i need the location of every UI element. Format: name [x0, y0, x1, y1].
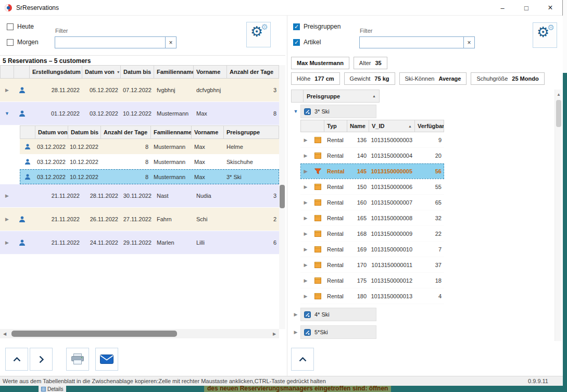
column-header-datum-von[interactable]: Datum von▼	[82, 65, 121, 79]
scrollbar-thumb[interactable]	[11, 331, 177, 337]
article-row[interactable]: ▶ Rental 175 1013150000012 18	[300, 273, 444, 288]
checkbox-box[interactable]	[293, 23, 300, 30]
article-row[interactable]: ▶ Rental 136 1013150000003 9	[300, 132, 444, 148]
scroll-up-icon[interactable]: ▲	[555, 91, 562, 98]
column-header-familienname[interactable]: Familienname	[154, 65, 194, 79]
expand-icon[interactable]: ▶	[294, 312, 298, 317]
vertical-scrollbar[interactable]	[279, 65, 285, 329]
article-row[interactable]: ▶ Rental 140 1013150000004 20	[300, 148, 444, 163]
horizontal-scrollbar[interactable]: ◀ ▶	[0, 329, 279, 338]
sub-column-header-preisgruppe[interactable]: Preisgruppe	[224, 125, 279, 139]
filter-input[interactable]: ×	[55, 36, 177, 48]
articles-table: Typ Name V_ID▲ Verfügbar ▶ Rental 136 10…	[300, 120, 444, 304]
scrollbar-thumb[interactable]	[280, 185, 285, 208]
expand-icon[interactable]: ▶	[5, 193, 9, 198]
sub-column-header-datum-bis[interactable]: Datum bis	[68, 125, 101, 139]
clear-filter-button[interactable]: ×	[165, 37, 176, 48]
sub-column-header-vorname[interactable]: Vorname	[192, 125, 224, 139]
expand-icon[interactable]: ▶	[304, 294, 308, 299]
expand-icon[interactable]: ▶	[304, 184, 308, 189]
column-header-name[interactable]: Name	[347, 120, 369, 132]
expand-next-button[interactable]	[30, 348, 53, 371]
article-row[interactable]: ▶ Rental 180 1013150000013 4	[300, 288, 444, 304]
heute-checkbox[interactable]: Heute	[7, 23, 34, 30]
column-header-erstellungsdatum[interactable]: Erstellungsdatum	[30, 65, 82, 79]
expand-icon[interactable]: ▶	[5, 217, 9, 222]
scroll-left-icon[interactable]: ◀	[0, 329, 9, 338]
scrollbar-thumb[interactable]	[556, 100, 561, 127]
price-group-table-header: Preisgruppe ▲	[291, 90, 380, 103]
article-row[interactable]: ▶ Rental 170 1013150000011 37	[300, 257, 444, 273]
preisgruppen-checkbox[interactable]: Preisgruppen	[293, 23, 341, 30]
article-row[interactable]: ▶ Rental 160 1013150000007 65	[300, 195, 444, 210]
morgen-checkbox[interactable]: Morgen	[7, 39, 39, 46]
expand-icon[interactable]: ▶	[304, 247, 308, 252]
expand-icon[interactable]: ▶	[294, 330, 298, 335]
collapse-icon[interactable]: ▼	[5, 111, 9, 116]
cell-erstellungsdatum: 28.11.2022	[30, 79, 82, 102]
panel-splitter[interactable]	[287, 16, 287, 376]
reservation-row[interactable]: ▶ 21.11.2022 24.11.2022 29.11.2022 Marle…	[0, 231, 279, 255]
filter-input[interactable]: ×	[359, 36, 475, 48]
expand-icon[interactable]: ▶	[304, 278, 308, 283]
filter-input-value[interactable]	[360, 37, 463, 48]
checkbox-box[interactable]	[293, 39, 300, 46]
expand-icon[interactable]: ▶	[304, 231, 308, 236]
reservation-row[interactable]: ▶ 21.11.2022 26.11.2022 27.11.2022 Fahrn…	[0, 208, 279, 231]
position-row[interactable]: 03.12.2022 10.12.2022 8 Mustermann Max S…	[20, 154, 279, 169]
price-group-row[interactable]: ▶ 5*Ski	[291, 325, 376, 339]
reservation-row[interactable]: ▶ 28.11.2022 05.12.2022 07.12.2022 fvgbh…	[0, 79, 279, 102]
minimize-button[interactable]: –	[490, 0, 514, 16]
position-row[interactable]: 03.12.2022 10.12.2022 8 Mustermann Max H…	[20, 139, 279, 154]
price-group-row-expanded[interactable]: ▼ 3* Ski	[291, 104, 376, 119]
column-header-vid[interactable]: V_ID▲	[369, 120, 415, 132]
cell-typ: Rental	[324, 242, 347, 257]
checkbox-box[interactable]	[7, 23, 14, 30]
collapse-all-button[interactable]	[5, 348, 28, 371]
position-row-selected[interactable]: 03.12.2022 10.12.2022 8 Mustermann Max 3…	[20, 169, 279, 184]
vertical-scrollbar[interactable]: ▲	[555, 90, 562, 341]
column-header-vorname[interactable]: Vorname	[194, 65, 227, 79]
sub-column-header-datum-von[interactable]: Datum von	[35, 125, 68, 139]
reservation-row-expanded[interactable]: ▼ 01.12.2022 03.12.2022 10.12.2022 Muste…	[0, 102, 279, 125]
close-button[interactable]: ×	[538, 0, 562, 16]
filter-input-value[interactable]	[55, 37, 165, 48]
sub-column-header-anzahl-der-tage[interactable]: Anzahl der Tage	[101, 125, 151, 139]
article-row-selected[interactable]: ▶ Rental 145 1013150000005 56	[300, 163, 444, 179]
cell-verfuegbar: 7	[415, 242, 444, 257]
article-row[interactable]: ▶ Rental 169 1013150000010 7	[300, 242, 444, 257]
column-header-datum-bis[interactable]: Datum bis	[121, 65, 154, 79]
expand-icon[interactable]: ▶	[304, 137, 308, 143]
settings-button[interactable]: ⚙ ⚙	[533, 22, 557, 48]
customer-height-box: Höhe177 cm	[291, 72, 340, 85]
price-group-row[interactable]: ▶ 4* Ski	[291, 307, 376, 322]
cell-name: 145	[347, 163, 369, 179]
column-header-typ[interactable]: Typ	[324, 120, 347, 132]
column-header-verfuegbar[interactable]: Verfügbar	[415, 120, 444, 132]
settings-button[interactable]: ⚙ ⚙	[246, 22, 271, 47]
expand-icon[interactable]: ▶	[304, 169, 308, 174]
collapse-icon[interactable]: ▼	[294, 109, 298, 114]
article-row[interactable]: ▶ Rental 168 1013150000009 22	[300, 226, 444, 242]
reservation-row[interactable]: ▶ 21.11.2022 28.11.2022 30.11.2022 Nast …	[0, 184, 279, 208]
expand-icon[interactable]: ▶	[304, 153, 308, 158]
maximize-button[interactable]: □	[514, 0, 538, 16]
cell-verfuegbar: 32	[415, 210, 444, 225]
expand-icon[interactable]: ▶	[304, 262, 308, 268]
clear-filter-button[interactable]: ×	[463, 37, 474, 48]
collapse-all-button[interactable]	[291, 348, 314, 371]
column-header-preisgruppe[interactable]: Preisgruppe ▲	[304, 90, 380, 103]
sub-column-header-familienname[interactable]: Familienname	[151, 125, 192, 139]
email-button[interactable]	[95, 348, 118, 371]
expand-icon[interactable]: ▶	[5, 87, 9, 93]
expand-icon[interactable]: ▶	[5, 240, 9, 245]
article-row[interactable]: ▶ Rental 165 1013150000008 32	[300, 210, 444, 226]
article-row[interactable]: ▶ Rental 150 1013150000006 55	[300, 179, 444, 195]
column-header-anzahl-der-tage[interactable]: Anzahl der Tage	[227, 65, 279, 79]
expand-icon[interactable]: ▶	[304, 200, 308, 205]
print-button[interactable]	[66, 348, 89, 371]
checkbox-box[interactable]	[7, 39, 14, 46]
artikel-checkbox[interactable]: Artikel	[293, 39, 321, 46]
scroll-right-icon[interactable]: ▶	[270, 329, 279, 338]
expand-icon[interactable]: ▶	[304, 216, 308, 221]
